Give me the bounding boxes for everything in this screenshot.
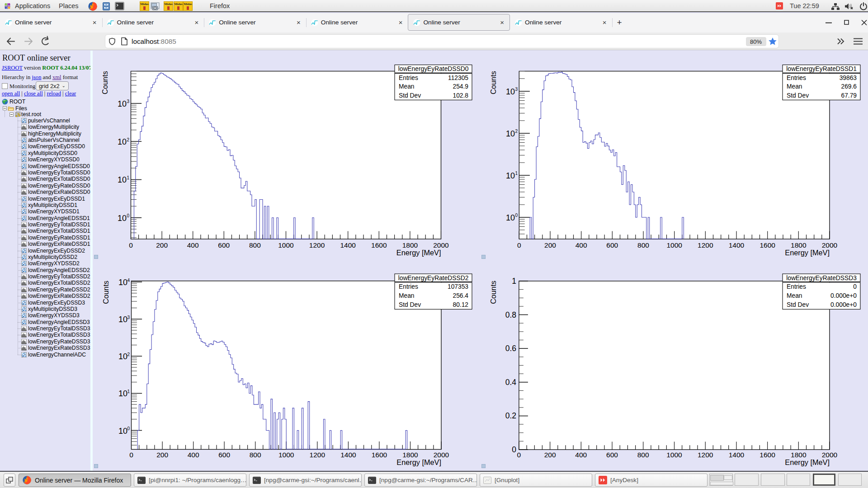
svg-text:80%: 80% [750, 38, 762, 45]
svg-text:localhost:8085: localhost:8085 [132, 38, 176, 45]
